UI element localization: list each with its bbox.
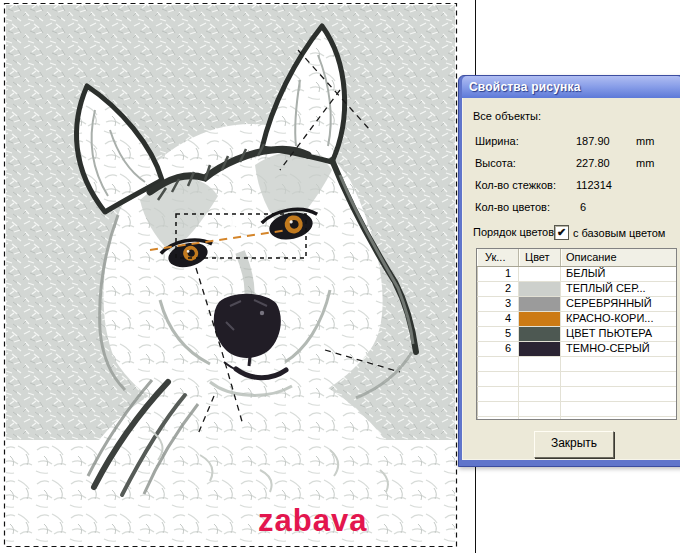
table-row-empty: [477, 387, 676, 402]
stitches-label: Кол-во стежков:: [475, 179, 556, 191]
table-row[interactable]: 3 СЕРЕБРЯННЫЙ: [477, 297, 676, 312]
color-order-label: Порядок цветов:: [473, 226, 557, 238]
row-num: 5: [477, 327, 519, 341]
dialog-titlebar[interactable]: Свойства рисунка: [462, 76, 680, 98]
row-name: ЦВЕТ ПЬЮТЕРА: [561, 327, 676, 341]
table-row-empty: [477, 357, 676, 372]
table-row-empty: [477, 417, 676, 420]
row-num: 1: [477, 267, 519, 281]
colors-count-label: Кол-во цветов:: [475, 201, 550, 213]
table-row[interactable]: 2 ТЕПЛЫЙ СЕР...: [477, 282, 676, 297]
checkmark-icon: ✔: [557, 226, 566, 238]
row-num: 4: [477, 312, 519, 326]
row-num: 2: [477, 282, 519, 296]
row-name: СЕРЕБРЯННЫЙ: [561, 297, 676, 311]
row-name: КРАСНО-КОРИ...: [561, 312, 676, 326]
height-label: Высота:: [475, 157, 516, 169]
color-swatch: [519, 327, 561, 341]
color-swatch: [519, 267, 561, 281]
dialog-body: Все объекты: Ширина: 187.90 mm Высота: 2…: [462, 98, 680, 460]
color-swatch: [519, 342, 561, 356]
close-button[interactable]: Закрыть: [534, 431, 614, 458]
table-row-empty: [477, 402, 676, 417]
dialog-title: Свойства рисунка: [469, 80, 581, 94]
base-color-checkbox-label: с базовым цветом: [573, 227, 665, 239]
section-label: Все объекты:: [473, 110, 541, 122]
header-color[interactable]: Цвет: [519, 249, 561, 266]
row-num: 6: [477, 342, 519, 356]
table-row[interactable]: 6 ТЕМНО-СЕРЫЙ: [477, 342, 676, 357]
height-value: 227.80: [576, 157, 610, 169]
table-row-empty: [477, 372, 676, 387]
properties-dialog: Свойства рисунка Все объекты: Ширина: 18…: [458, 75, 680, 467]
header-index[interactable]: Ук...: [477, 249, 519, 266]
row-name: БЕЛЫЙ: [561, 267, 676, 281]
table-row[interactable]: 1 БЕЛЫЙ: [477, 267, 676, 282]
table-row[interactable]: 4 КРАСНО-КОРИ...: [477, 312, 676, 327]
height-unit: mm: [636, 157, 654, 169]
row-name: ТЕМНО-СЕРЫЙ: [561, 342, 676, 356]
width-value: 187.90: [576, 135, 610, 147]
row-num: 3: [477, 297, 519, 311]
watermark-text: zabava: [258, 503, 367, 538]
table-row[interactable]: 5 ЦВЕТ ПЬЮТЕРА: [477, 327, 676, 342]
stitches-value: 112314: [576, 179, 612, 191]
color-table-header: Ук... Цвет Описание: [477, 249, 676, 267]
color-table: Ук... Цвет Описание 1 БЕЛЫЙ 2 ТЕПЛЫЙ СЕР…: [476, 248, 677, 420]
color-swatch: [519, 282, 561, 296]
row-name: ТЕПЛЫЙ СЕР...: [561, 282, 676, 296]
header-description[interactable]: Описание: [561, 249, 676, 266]
colors-count-value: 6: [580, 201, 586, 213]
color-swatch: [519, 312, 561, 326]
color-swatch: [519, 297, 561, 311]
base-color-checkbox[interactable]: ✔: [554, 225, 569, 240]
width-label: Ширина:: [475, 135, 519, 147]
width-unit: mm: [636, 135, 654, 147]
